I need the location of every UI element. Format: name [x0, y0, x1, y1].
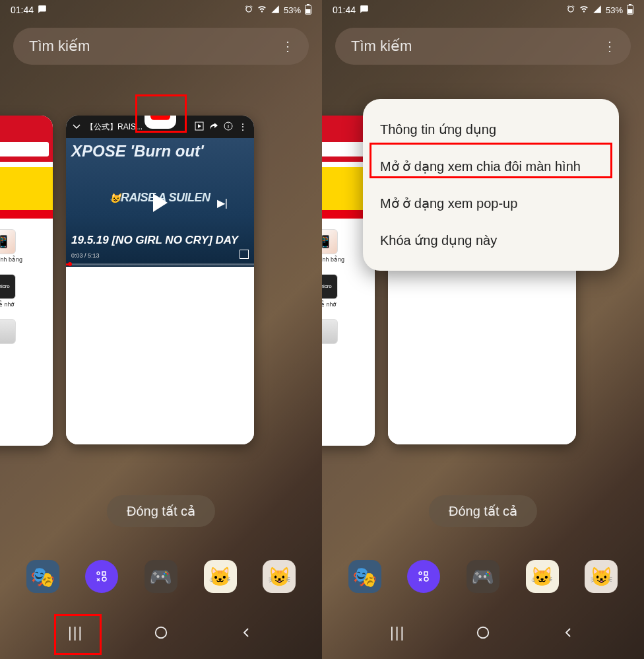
- video-date-line: 19.5.19 [NO GIRL NO CRY] DAY: [71, 234, 238, 247]
- shop-band: Ỗ 10 TRIỆU: [0, 210, 53, 219]
- dock-icon-1[interactable]: 🎭: [348, 560, 381, 593]
- dock-icon-1[interactable]: 🎭: [26, 560, 59, 593]
- shop-item-memory: micro Thẻ nhớ: [0, 269, 53, 314]
- svg-point-14: [419, 572, 422, 574]
- dock-icon-4[interactable]: 🐱: [204, 560, 237, 593]
- app-context-menu: Thông tin ứng dụng Mở ở dạng xem chia đô…: [363, 99, 619, 271]
- battery-percent: 53%: [606, 5, 623, 15]
- status-bar: 01:44 53%: [322, 0, 644, 20]
- menu-app-info[interactable]: Thông tin ứng dụng: [363, 111, 619, 148]
- left-phone-screen: 01:44 53% Tìm kiếm ⋮: [0, 0, 322, 659]
- svg-rect-3: [150, 116, 170, 120]
- alarm-icon: [566, 5, 575, 16]
- svg-rect-15: [424, 572, 428, 575]
- shop-search-field: [0, 142, 49, 156]
- search-bar[interactable]: Tìm kiếm ⋮: [335, 28, 631, 65]
- dock-icon-3[interactable]: 🎮: [145, 560, 177, 593]
- nav-back-button[interactable]: [230, 619, 263, 646]
- close-all-button[interactable]: Đóng tất cả: [107, 495, 215, 527]
- status-bar: 01:44 53%: [0, 0, 322, 20]
- signal-icon: [593, 5, 602, 16]
- youtube-video-area[interactable]: XPOSE 'Burn out' 😺RAISE A SUILEN ▶| 19.5…: [66, 138, 254, 267]
- battery-percent: 53%: [284, 5, 301, 15]
- menu-popup-view[interactable]: Mở ở dạng xem pop-up: [363, 185, 619, 222]
- wifi-icon: [257, 5, 267, 16]
- battery-icon: [305, 4, 311, 17]
- video-overlay-title: XPOSE 'Burn out': [71, 142, 249, 160]
- notification-icon: [38, 5, 47, 16]
- wifi-icon: [579, 5, 589, 16]
- dock-icon-2[interactable]: [407, 560, 440, 593]
- svg-point-16: [424, 577, 428, 581]
- autoplay-icon: [195, 121, 204, 133]
- fullscreen-icon[interactable]: [240, 250, 249, 259]
- shop-item-memory: micro Thẻ nhớ: [322, 269, 375, 314]
- close-all-button[interactable]: Đóng tất cả: [429, 495, 537, 527]
- svg-point-17: [478, 627, 489, 639]
- alarm-icon: [244, 5, 253, 16]
- dock-icon-4[interactable]: 🐱: [526, 560, 559, 593]
- play-icon[interactable]: [153, 193, 168, 212]
- search-placeholder: Tìm kiếm: [29, 38, 90, 55]
- shop-item-tablet: 📱 Máy tính bảng: [0, 224, 53, 269]
- status-time: 01:44: [11, 5, 34, 15]
- status-time: 01:44: [333, 5, 356, 15]
- navigation-bar: |||: [0, 619, 322, 646]
- more-vertical-icon: ⋮: [238, 121, 247, 132]
- signal-icon: [271, 5, 280, 16]
- svg-rect-8: [102, 572, 106, 575]
- nav-recents-button[interactable]: |||: [59, 619, 92, 646]
- navigation-bar: |||: [322, 619, 644, 646]
- next-icon[interactable]: ▶|: [217, 196, 228, 209]
- youtube-body: [388, 267, 576, 444]
- svg-rect-2: [306, 9, 311, 14]
- svg-point-7: [97, 572, 100, 574]
- video-time: 0:03 / 5:13: [71, 252, 100, 259]
- shop-categories: 📱 Máy tính bảng micro Thẻ nhớ: [0, 219, 53, 355]
- svg-rect-12: [629, 4, 631, 5]
- share-icon: [209, 121, 218, 133]
- shop-item-other: [0, 314, 53, 349]
- dock: 🎭 🎮 🐱 😺: [0, 560, 322, 593]
- nav-back-button[interactable]: [552, 619, 585, 646]
- dock-icon-2[interactable]: [85, 560, 118, 593]
- search-bar[interactable]: Tìm kiếm ⋮: [13, 28, 309, 65]
- notification-icon: [360, 5, 369, 16]
- right-phone-screen: 01:44 53% Tìm kiếm ⋮ 1: [322, 0, 644, 659]
- info-icon: i: [224, 121, 233, 133]
- shop-item-other: [322, 314, 375, 349]
- svg-point-9: [102, 577, 106, 581]
- video-progress[interactable]: [66, 263, 254, 265]
- dock-icon-5[interactable]: 😺: [585, 560, 618, 593]
- chevron-down-icon: [73, 122, 80, 132]
- search-placeholder: Tìm kiếm: [351, 38, 412, 55]
- shop-banner: MSUNG 30% Ỗ 10 TRIỆU: [0, 167, 53, 219]
- more-icon[interactable]: ⋮: [603, 38, 615, 54]
- youtube-app-icon[interactable]: [145, 116, 176, 129]
- recents-cards: 1 iễn phí 0 6601 🛒 MSUNG 30% Ỗ 10 TRIỆU …: [0, 116, 322, 452]
- recents-card-youtube[interactable]: 【公式】RAIS... i ⋮ XPOSE 'Burn out' 😺RAISE …: [66, 116, 254, 444]
- dock: 🎭 🎮 🐱 😺: [322, 560, 644, 593]
- nav-recents-button[interactable]: |||: [381, 619, 414, 646]
- youtube-body: [66, 267, 254, 444]
- nav-home-button[interactable]: [145, 619, 177, 646]
- dock-icon-3[interactable]: 🎮: [467, 560, 499, 593]
- svg-text:i: i: [228, 123, 229, 129]
- menu-split-screen[interactable]: Mở ở dạng xem chia đôi màn hình: [363, 148, 619, 185]
- svg-rect-1: [307, 4, 309, 5]
- recents-card-shop[interactable]: 1 iễn phí 0 6601 🛒 MSUNG 30% Ỗ 10 TRIỆU …: [0, 116, 53, 446]
- svg-rect-13: [628, 9, 633, 14]
- nav-home-button[interactable]: [467, 619, 499, 646]
- menu-lock-app[interactable]: Khóa ứng dụng này: [363, 222, 619, 259]
- battery-icon: [627, 4, 633, 17]
- more-icon[interactable]: ⋮: [281, 38, 293, 54]
- dock-icon-5[interactable]: 😺: [263, 560, 296, 593]
- shop-header: 1 iễn phí 0 6601 🛒: [0, 116, 53, 162]
- svg-point-10: [156, 627, 167, 639]
